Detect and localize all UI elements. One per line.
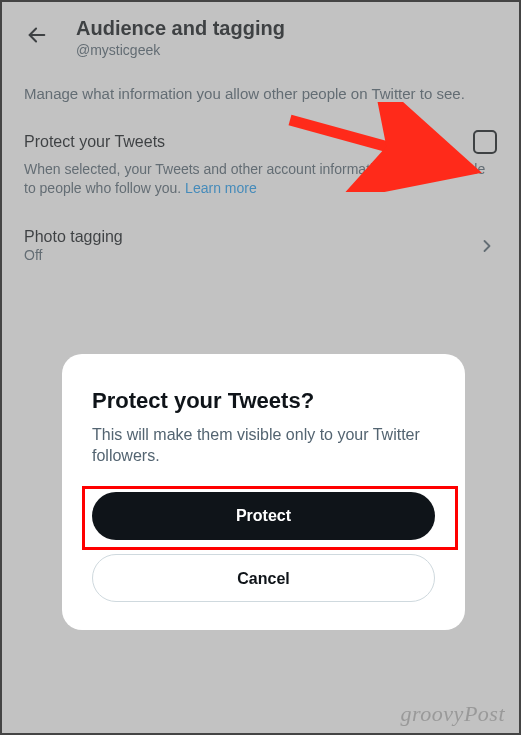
confirm-dialog: Protect your Tweets? This will make them…	[62, 354, 465, 630]
dialog-title: Protect your Tweets?	[92, 388, 435, 414]
protect-button[interactable]: Protect	[92, 492, 435, 540]
cancel-button[interactable]: Cancel	[92, 554, 435, 602]
dialog-body: This will make them visible only to your…	[92, 424, 435, 466]
